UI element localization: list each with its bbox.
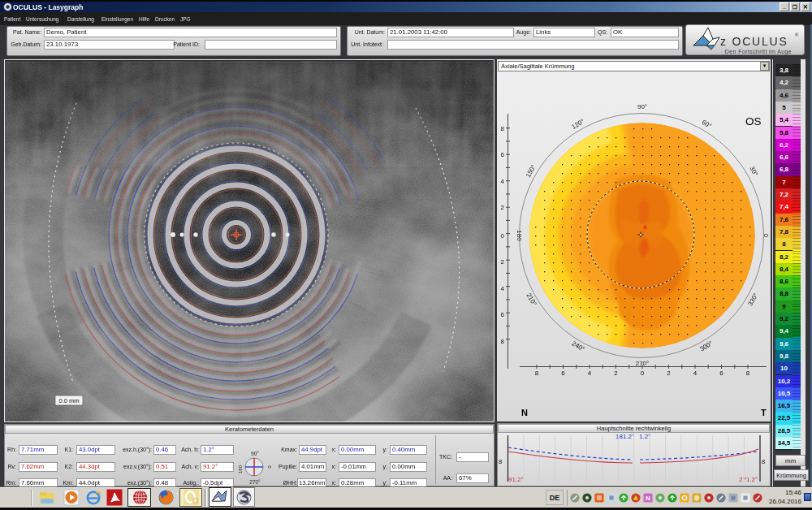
svg-text:0.0 mm: 0.0 mm (58, 397, 79, 404)
svg-text:4: 4 (501, 178, 505, 185)
svg-text:8: 8 (535, 370, 539, 377)
svg-text:240°: 240° (571, 339, 586, 352)
svg-text:30°: 30° (748, 165, 759, 177)
svg-text:Den Fortschritt im Auge: Den Fortschritt im Auge (725, 49, 792, 55)
svg-text:4: 4 (501, 285, 505, 292)
svg-text:180: 180 (516, 230, 523, 241)
svg-text:0: 0 (762, 234, 770, 238)
svg-text:z OCULUS: z OCULUS (720, 35, 788, 48)
svg-text:6: 6 (719, 370, 723, 377)
svg-text:6: 6 (501, 151, 505, 158)
svg-text:4: 4 (693, 370, 698, 377)
svg-text:6: 6 (501, 311, 505, 318)
svg-text:2: 2 (614, 370, 618, 377)
svg-text:2: 2 (501, 258, 505, 266)
svg-text:270°: 270° (636, 360, 650, 367)
svg-text:300°: 300° (698, 339, 714, 352)
svg-text:120°: 120° (570, 118, 585, 131)
svg-text:0: 0 (641, 370, 645, 377)
svg-text:8: 8 (501, 338, 505, 345)
svg-text:60°: 60° (701, 119, 713, 130)
svg-text:OS: OS (745, 115, 762, 128)
svg-text:0: 0 (501, 232, 505, 240)
svg-text:6: 6 (561, 370, 565, 377)
svg-text:T: T (761, 408, 767, 417)
svg-text:210°: 210° (525, 292, 538, 307)
svg-text:150°: 150° (525, 163, 538, 179)
svg-text:90°: 90° (637, 103, 647, 110)
svg-text:8: 8 (746, 370, 750, 377)
svg-text:2: 2 (667, 370, 671, 377)
svg-text:2: 2 (501, 204, 505, 211)
svg-text:180: 180 (239, 465, 243, 473)
svg-text:®: ® (795, 32, 799, 37)
svg-text:N: N (646, 495, 650, 502)
svg-text:8: 8 (501, 125, 505, 132)
svg-text:4: 4 (588, 370, 592, 377)
svg-text:N: N (521, 408, 528, 417)
